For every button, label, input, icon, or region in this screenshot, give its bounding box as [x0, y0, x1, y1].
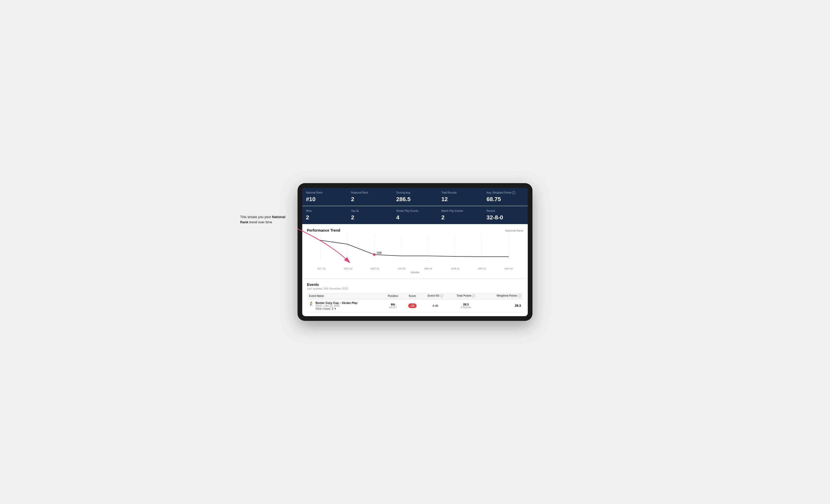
stats-grid-row1: National Rank #10 Regional Rank 2 Scorin…: [302, 188, 528, 206]
stat-top3s: Top 3s 2: [347, 206, 392, 224]
stat-regional-rank-value: 2: [351, 196, 389, 203]
event-golf-icon: 🏌: [309, 302, 314, 306]
weighted-points-cell: 28.3: [482, 299, 523, 312]
weighted-pts-value: 28.3: [515, 304, 521, 308]
stat-match-play-events-value: 2: [441, 214, 479, 221]
chart-x-labels: OCT 23 NOV 23 DEC 23 JAN 24 FEB 24 MAR 2…: [307, 267, 523, 270]
stat-wins-label: Wins: [306, 209, 344, 212]
perf-title: Performance Trend: [307, 228, 340, 232]
stat-scoring-avg: Scoring Avg. 286.5: [392, 188, 438, 206]
events-title: Events: [307, 282, 523, 287]
stat-total-rounds-value: 12: [441, 196, 479, 203]
tablet-screen: National Rank #10 Regional Rank 2 Scorin…: [302, 188, 528, 316]
event-row-0: 🏌 Buster Cozy Cup – Stroke Play Oct 9 – …: [307, 299, 523, 312]
annotation: This shows you your National Rank trend …: [240, 214, 292, 225]
perf-label: National Rank: [505, 229, 523, 232]
stat-record: Record 32-8-0: [483, 206, 528, 224]
event-position-cell: 6th out of 7: [383, 299, 404, 312]
chart-x-label-mar24: MAR 24: [442, 267, 469, 270]
stat-scoring-avg-label: Scoring Avg.: [396, 191, 434, 194]
stat-national-rank-value: #10: [306, 196, 344, 203]
event-score-cell: -22: [403, 299, 421, 312]
col-position: Position: [383, 293, 404, 299]
annotation-text-after: trend over time: [249, 220, 272, 224]
col-score: Score: [403, 293, 421, 299]
chart-x-label-jan24: JAN 24: [388, 267, 415, 270]
stat-stroke-play-events-label: Stroke Play Events: [396, 209, 434, 212]
avg-weighted-points-info-icon[interactable]: i: [512, 191, 515, 194]
stat-wins-value: 2: [306, 214, 344, 221]
svg-point-9: [373, 253, 376, 256]
col-weighted-points: Weighted Points i: [482, 293, 523, 299]
col-event-sg: Event SG i: [421, 293, 449, 299]
events-table-header-row: Event Name Position Score Event SG i Tot…: [307, 293, 523, 299]
stat-wins: Wins 2: [302, 206, 347, 224]
events-last-updated: Last updated: 24th November 2023: [307, 287, 523, 290]
perf-header: Performance Trend National Rank: [307, 228, 523, 232]
event-name-cell: 🏌 Buster Cozy Cup – Stroke Play Oct 9 – …: [307, 299, 383, 312]
svg-text:#10: #10: [377, 251, 382, 254]
stat-avg-weighted-points-value: 68.75: [486, 196, 524, 203]
stat-record-label: Record: [486, 209, 524, 212]
stat-stroke-play-events: Stroke Play Events 4: [392, 206, 438, 224]
weighted-points-info-icon[interactable]: i: [518, 294, 521, 297]
position-main: 6th: [385, 303, 402, 306]
performance-section: Performance Trend National Rank: [302, 224, 528, 279]
stat-stroke-play-events-value: 4: [396, 214, 434, 221]
rank-impact-label: Rank Impact:: [316, 307, 331, 310]
tablet-device: National Rank #10 Regional Rank 2 Scorin…: [297, 183, 533, 321]
stat-match-play-events-label: Match Play Events: [441, 209, 479, 212]
stat-regional-rank: Regional Rank 2: [347, 188, 392, 206]
stat-regional-rank-label: Regional Rank: [351, 191, 389, 194]
rank-impact-arrow-down: ▼: [334, 307, 337, 310]
position-sub: out of 7: [385, 306, 402, 309]
stat-top3s-value: 2: [351, 214, 389, 221]
stat-avg-weighted-points: Avg. Weighted Points i 68.75: [483, 188, 528, 206]
rank-impact-num: 3: [332, 307, 333, 310]
col-event-name: Event Name: [307, 293, 383, 299]
stat-national-rank-label: National Rank: [306, 191, 344, 194]
chart-x-label-feb24: FEB 24: [415, 267, 442, 270]
stat-avg-weighted-points-label: Avg. Weighted Points i: [486, 191, 524, 194]
chart-x-label-nov23: NOV 23: [335, 267, 362, 270]
chart-x-label-dec23: DEC 23: [361, 267, 388, 270]
event-details: Buster Cozy Cup – Stroke Play Oct 9 – Oc…: [316, 301, 358, 310]
event-date: Oct 9 – Oct 10, 2023: [316, 304, 358, 307]
stat-top3s-label: Top 3s: [351, 209, 389, 212]
total-points-cell: 28.3 3 Rounds: [449, 299, 482, 312]
event-rank-impact: Rank Impact: 3 ▼: [316, 307, 358, 310]
stat-match-play-events: Match Play Events 2: [438, 206, 483, 224]
stat-scoring-avg-value: 286.5: [396, 196, 434, 203]
position-text: 6th out of 7: [385, 303, 402, 309]
event-sg-info-icon[interactable]: i: [440, 294, 443, 297]
total-pts-sub: 3 Rounds: [451, 306, 480, 309]
stat-total-rounds: Total Rounds 12: [438, 188, 483, 206]
chart-x-label-oct23: OCT 23: [308, 267, 335, 270]
total-pts-value: 28.3: [451, 303, 480, 306]
content-area: National Rank #10 Regional Rank 2 Scorin…: [302, 188, 528, 316]
event-sg-value: 0.45: [433, 304, 438, 307]
stat-national-rank: National Rank #10: [302, 188, 347, 206]
annotation-text-before: This shows you your: [240, 215, 272, 219]
chart-x-label-apr24: APR 24: [469, 267, 496, 270]
performance-chart: #10: [307, 235, 523, 266]
col-total-points: Total Points i: [449, 293, 482, 299]
event-sg-cell: 0.45: [421, 299, 449, 312]
chart-svg: #10: [307, 235, 523, 266]
chart-x-label-may24: MAY 24: [496, 267, 522, 270]
total-points-info-icon[interactable]: i: [472, 294, 475, 297]
event-name-inner: 🏌 Buster Cozy Cup – Stroke Play Oct 9 – …: [309, 301, 381, 310]
outer-wrapper: This shows you your National Rank trend …: [297, 183, 533, 321]
score-badge: -22: [408, 303, 417, 308]
events-section: Events Last updated: 24th November 2023 …: [302, 279, 528, 316]
chart-x-axis-title: Months: [307, 271, 523, 274]
stats-grid-row2: Wins 2 Top 3s 2 Stroke Play Events 4 Mat…: [302, 206, 528, 224]
events-table: Event Name Position Score Event SG i Tot…: [307, 293, 523, 312]
stat-total-rounds-label: Total Rounds: [441, 191, 479, 194]
event-title: Buster Cozy Cup – Stroke Play: [316, 301, 358, 304]
stat-record-value: 32-8-0: [486, 214, 524, 221]
